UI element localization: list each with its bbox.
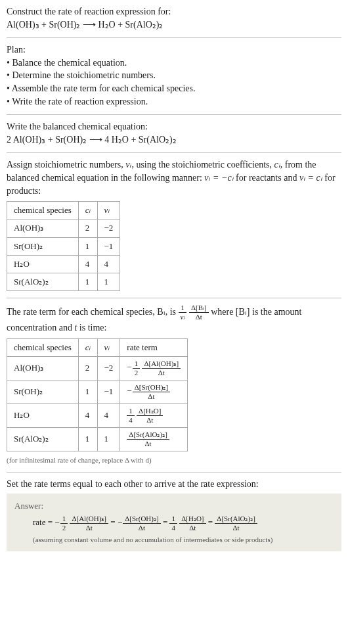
cell-species: Sr(OH)₂: [7, 380, 79, 403]
stoich-text: Assign stoichiometric numbers,: [7, 160, 125, 170]
cell-nu: 4: [97, 403, 120, 427]
coef-frac: 12: [60, 515, 68, 532]
cell-c: 4: [78, 255, 97, 273]
equals: =: [110, 518, 118, 528]
rate-word: rate =: [33, 518, 54, 528]
delta-frac: Δ[H₂O]Δt: [179, 515, 206, 532]
answer-label: Answer:: [14, 500, 334, 512]
table-header-row: chemical species cᵢ νᵢ rate term: [7, 338, 188, 356]
plan-heading: Plan:: [7, 43, 341, 57]
answer-note: (assuming constant volume and no accumul…: [14, 535, 334, 545]
th-nui: νᵢ: [97, 202, 120, 219]
frac-dBi-dt: Δ[Bᵢ]Δt: [189, 304, 209, 321]
final-heading: Set the rate terms equal to each other t…: [7, 478, 341, 491]
cell-species: Sr(AlO₂)₂: [7, 273, 79, 290]
divider: [7, 472, 341, 472]
delta-frac: Δ[Sr(OH)₂]Δt: [123, 515, 160, 532]
equals: =: [208, 518, 215, 528]
cell-species: Al(OH)₃: [7, 219, 79, 237]
plan-section: Plan: • Balance the chemical equation. •…: [7, 43, 341, 108]
cell-rate: Δ[Sr(AlO₂)₂]Δt: [120, 427, 188, 451]
rate-term-text: is time:: [77, 323, 106, 333]
final-section: Set the rate terms equal to each other t…: [7, 478, 341, 551]
cell-species: H₂O: [7, 255, 79, 273]
table2-footnote: (for infinitesimal rate of change, repla…: [7, 455, 341, 465]
equals: =: [163, 518, 170, 528]
cell-rate: −Δ[Sr(OH)₂]Δt: [120, 380, 188, 403]
stoich-section: Assign stoichiometric numbers, νᵢ, using…: [7, 158, 341, 291]
divider: [7, 152, 341, 153]
table-row: Al(OH)₃2−2: [7, 219, 120, 237]
cell-c: 1: [78, 380, 97, 403]
divider: [7, 298, 341, 298]
delta-frac: Δ[Sr(AlO₂)₂]Δt: [215, 515, 257, 532]
cell-species: Al(OH)₃: [7, 356, 79, 380]
th-nui: νᵢ: [97, 338, 120, 356]
delta-frac: Δ[Al(OH)₃]Δt: [142, 359, 181, 377]
divider: [7, 114, 341, 115]
delta-frac: Δ[Al(OH)₃]Δt: [70, 515, 108, 532]
c-i: cᵢ: [274, 160, 280, 170]
plan-item: • Write the rate of reaction expression.: [7, 95, 341, 108]
cell-nu: 1: [97, 427, 120, 451]
cell-nu: 1: [97, 273, 120, 290]
coef-frac: 14: [127, 407, 135, 425]
cell-nu: −2: [97, 356, 120, 380]
answer-equation: rate = −12 Δ[Al(OH)₃]Δt = −Δ[Sr(OH)₂]Δt …: [14, 515, 334, 532]
cell-species: Sr(OH)₂: [7, 237, 79, 255]
table-row: Sr(AlO₂)₂ 1 1 Δ[Sr(AlO₂)₂]Δt: [7, 427, 188, 451]
th-ci: cᵢ: [78, 202, 97, 219]
stoich-table: chemical species cᵢ νᵢ Al(OH)₃2−2 Sr(OH)…: [7, 201, 120, 291]
table-row: Sr(OH)₂ 1 −1 −Δ[Sr(OH)₂]Δt: [7, 380, 188, 403]
cell-nu: −1: [97, 237, 120, 255]
cell-nu: −1: [97, 380, 120, 403]
cell-species: Sr(AlO₂)₂: [7, 427, 79, 451]
rel2: νᵢ = cᵢ: [299, 173, 322, 183]
cell-nu: 4: [97, 255, 120, 273]
rate-term-section: The rate term for each chemical species,…: [7, 304, 341, 465]
th-ci: cᵢ: [78, 338, 97, 356]
cell-c: 1: [78, 427, 97, 451]
table-row: Sr(OH)₂1−1: [7, 237, 120, 255]
cell-c: 2: [78, 356, 97, 380]
intro-line: Construct the rate of reaction expressio…: [7, 5, 341, 18]
rel1: νᵢ = −cᵢ: [204, 173, 233, 183]
balanced-equation: 2 Al(OH)₃ + Sr(OH)₂ ⟶ 4 H₂O + Sr(AlO₂)₂: [7, 133, 341, 147]
frac-1-over-nu: 1νᵢ: [179, 304, 187, 321]
coef-frac: 12: [133, 359, 141, 377]
table-row: H₂O 4 4 14 Δ[H₂O]Δt: [7, 403, 188, 427]
plan-item: • Balance the chemical equation.: [7, 57, 341, 70]
cell-c: 1: [78, 237, 97, 255]
table-row: Al(OH)₃ 2 −2 −12 Δ[Al(OH)₃]Δt: [7, 356, 188, 380]
stoich-text: , using the stoichiometric coefficients,: [131, 160, 274, 170]
intro-equation: Al(OH)₃ + Sr(OH)₂ ⟶ H₂O + Sr(AlO₂)₂: [7, 18, 341, 32]
cell-c: 2: [78, 219, 97, 237]
stoich-text: for reactants and: [234, 173, 299, 183]
cell-rate: 14 Δ[H₂O]Δt: [120, 403, 188, 427]
cell-c: 1: [78, 273, 97, 290]
delta-frac: Δ[Sr(OH)₂]Δt: [133, 383, 170, 401]
intro-section: Construct the rate of reaction expressio…: [7, 5, 341, 31]
table-row: H₂O44: [7, 255, 120, 273]
cell-c: 4: [78, 403, 97, 427]
plan-item: • Determine the stoichiometric numbers.: [7, 69, 341, 82]
th-species: chemical species: [7, 202, 79, 219]
delta-frac: Δ[H₂O]Δt: [137, 407, 163, 425]
balanced-section: Write the balanced chemical equation: 2 …: [7, 120, 341, 146]
coef-frac: 14: [169, 515, 177, 532]
answer-box: Answer: rate = −12 Δ[Al(OH)₃]Δt = −Δ[Sr(…: [7, 494, 341, 552]
cell-species: H₂O: [7, 403, 79, 427]
rate-term-text: The rate term for each chemical species,…: [7, 307, 179, 317]
delta-frac: Δ[Sr(AlO₂)₂]Δt: [127, 430, 169, 448]
table-header-row: chemical species cᵢ νᵢ: [7, 202, 120, 219]
rate-term-table: chemical species cᵢ νᵢ rate term Al(OH)₃…: [7, 338, 188, 451]
cell-nu: −2: [97, 219, 120, 237]
divider: [7, 37, 341, 38]
th-species: chemical species: [7, 338, 79, 356]
cell-rate: −12 Δ[Al(OH)₃]Δt: [120, 356, 188, 380]
plan-item: • Assemble the rate term for each chemic…: [7, 82, 341, 95]
balanced-heading: Write the balanced chemical equation:: [7, 120, 341, 133]
th-rate: rate term: [120, 338, 188, 356]
table-row: Sr(AlO₂)₂11: [7, 273, 120, 290]
